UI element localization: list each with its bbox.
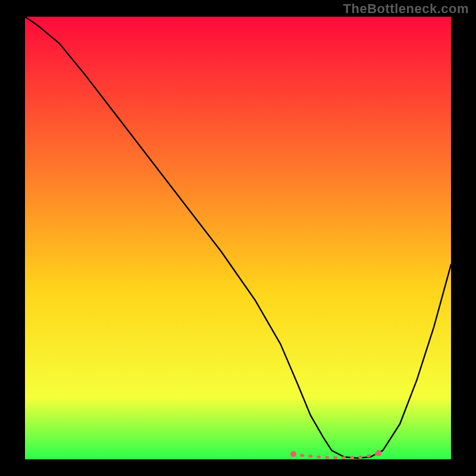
chart-svg <box>0 0 476 476</box>
marker-dot <box>290 451 296 457</box>
plot-background <box>25 17 451 459</box>
marker-dot <box>375 450 381 456</box>
chart-frame: { "watermark": "TheBottleneck.com", "col… <box>0 0 476 476</box>
watermark-text: TheBottleneck.com <box>343 1 469 17</box>
